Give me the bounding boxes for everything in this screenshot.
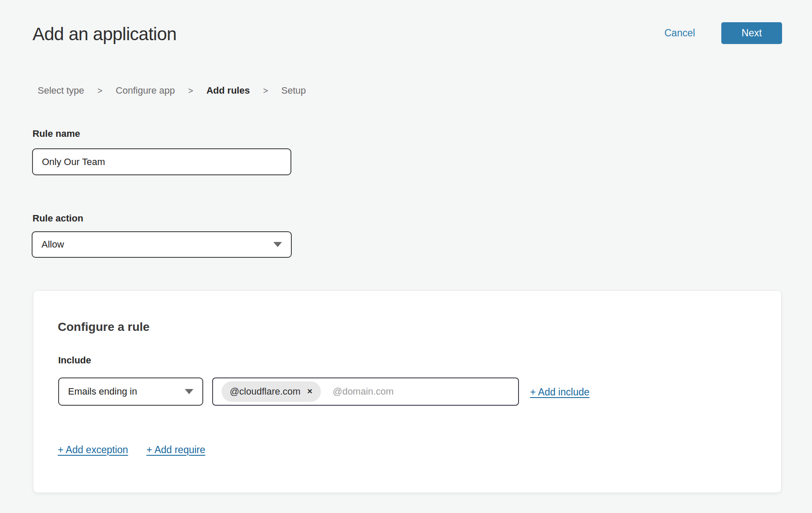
- cancel-button[interactable]: Cancel: [664, 27, 695, 39]
- add-exception-link[interactable]: + Add exception: [58, 444, 128, 456]
- breadcrumb-step-setup[interactable]: Setup: [282, 85, 306, 96]
- email-domain-tag-input[interactable]: @cloudflare.com ✕: [212, 377, 519, 406]
- rule-action-select[interactable]: Allow: [32, 231, 292, 258]
- chevron-down-icon: [273, 242, 282, 247]
- close-icon[interactable]: ✕: [307, 388, 312, 395]
- breadcrumb-separator: >: [188, 86, 193, 96]
- email-domain-input[interactable]: [333, 386, 513, 397]
- breadcrumb-step-add-rules[interactable]: Add rules: [206, 85, 249, 96]
- email-domain-chip: @cloudflare.com ✕: [222, 381, 321, 402]
- breadcrumb-step-select-type[interactable]: Select type: [38, 85, 84, 96]
- add-include-link[interactable]: + Add include: [530, 386, 590, 398]
- chevron-down-icon: [185, 389, 193, 394]
- add-require-link[interactable]: + Add require: [146, 444, 205, 456]
- include-criteria-selected-value: Emails ending in: [68, 386, 137, 397]
- breadcrumb-separator: >: [263, 86, 268, 96]
- breadcrumb: Select type > Configure app > Add rules …: [38, 85, 306, 96]
- include-criteria-select[interactable]: Emails ending in: [58, 377, 203, 406]
- next-button[interactable]: Next: [721, 22, 782, 44]
- rule-name-label: Rule name: [33, 128, 80, 139]
- page-title: Add an application: [33, 24, 177, 44]
- email-domain-chip-label: @cloudflare.com: [230, 386, 300, 397]
- rule-action-label: Rule action: [33, 213, 83, 224]
- rule-links-row: + Add exception + Add require: [58, 444, 205, 456]
- configure-rule-card: Configure a rule Include Emails ending i…: [33, 290, 782, 493]
- card-heading: Configure a rule: [58, 320, 150, 334]
- rule-name-input[interactable]: [32, 148, 291, 175]
- breadcrumb-step-configure-app[interactable]: Configure app: [116, 85, 175, 96]
- include-label: Include: [58, 355, 91, 366]
- rule-action-selected-value: Allow: [41, 239, 64, 250]
- breadcrumb-separator: >: [98, 86, 103, 96]
